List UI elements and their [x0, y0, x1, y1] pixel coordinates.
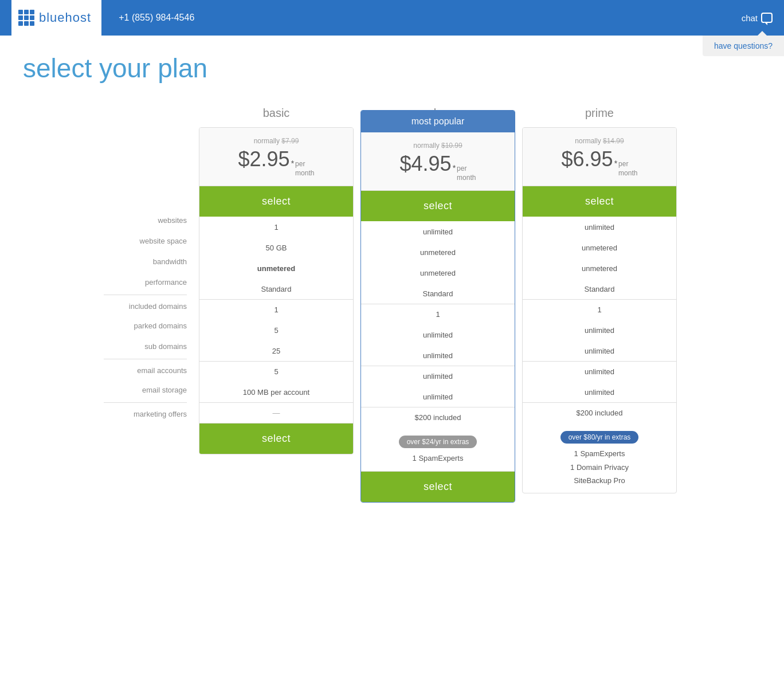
basic-price-section: normally $7.99 $2.95 * permonth: [199, 128, 353, 186]
basic-dollar: $2.95: [238, 147, 290, 171]
prime-extras-badge: over $80/yr in extras: [560, 431, 639, 444]
feature-label-email-accounts: email accounts: [104, 359, 187, 379]
basic-email-storage: 100 MB per account: [199, 382, 353, 402]
plus-select-bottom-button[interactable]: select: [361, 472, 515, 502]
plus-most-popular-bar: most popular: [361, 111, 515, 132]
logo-grid-icon: [18, 10, 34, 26]
prime-extras-spamexperts: 1 SpamExperts: [528, 447, 671, 460]
prime-per: permonth: [618, 160, 637, 178]
page-title: select your plan: [23, 53, 761, 84]
logo-text: bluehost: [39, 10, 91, 25]
feature-label-parked-domains: parked domains: [104, 315, 187, 336]
plans-container: websites website space bandwidth perform…: [23, 107, 761, 503]
prime-websites: unlimited: [523, 217, 676, 237]
plus-bandwidth: unmetered: [361, 262, 515, 283]
basic-bottom-select-wrapper: select: [199, 423, 353, 454]
prime-main-price: $6.95 * permonth: [528, 147, 671, 178]
prime-asterisk: *: [614, 159, 617, 168]
basic-included-domains: 1: [199, 299, 353, 320]
prime-sub-domains: unlimited: [523, 340, 676, 361]
basic-plan-card: normally $7.99 $2.95 * permonth select 1…: [199, 127, 354, 454]
plus-performance: Standard: [361, 283, 515, 304]
page-content: select your plan websites website space …: [0, 36, 784, 537]
plus-plan-card: most popular normally $10.99 $4.95 * per…: [360, 110, 515, 503]
plus-features: unlimited unmetered unmetered Standard 1…: [361, 221, 515, 428]
feature-label-marketing-offers: marketing offers: [104, 402, 187, 423]
feature-labels-column: websites website space bandwidth perform…: [104, 107, 195, 423]
basic-parked-domains: 5: [199, 320, 353, 340]
basic-normally: normally $7.99: [205, 137, 347, 145]
prime-plan-name: prime: [519, 107, 680, 127]
basic-bandwidth: unmetered: [199, 258, 353, 279]
prime-website-space: unmetered: [523, 237, 676, 258]
basic-main-price: $2.95 * permonth: [205, 147, 347, 178]
basic-select-button[interactable]: select: [199, 186, 353, 217]
plus-main-price: $4.95 * permonth: [367, 152, 509, 182]
plus-website-space: unmetered: [361, 242, 515, 262]
basic-website-space: 50 GB: [199, 237, 353, 258]
plus-extras-spamexperts: 1 SpamExperts: [367, 452, 509, 465]
plus-bottom-select-wrapper: select: [361, 471, 515, 502]
feature-label-email-storage: email storage: [104, 379, 187, 400]
prime-extras-section: over $80/yr in extras 1 SpamExperts 1 Do…: [523, 423, 676, 493]
feature-label-sub-domains: sub domains: [104, 336, 187, 356]
feature-label-performance: performance: [104, 272, 187, 292]
prime-email-storage: unlimited: [523, 382, 676, 402]
basic-asterisk: *: [291, 159, 294, 168]
questions-label: have questions?: [714, 41, 773, 50]
phone-number: +1 (855) 984-4546: [119, 13, 741, 23]
basic-email-accounts: 5: [199, 361, 353, 382]
plus-select-button[interactable]: select: [361, 191, 515, 221]
prime-marketing-offers: $200 included: [523, 402, 676, 423]
prime-select-button[interactable]: select: [523, 186, 676, 217]
plus-normally: normally $10.99: [367, 142, 509, 150]
chat-label: chat: [742, 13, 758, 23]
plus-parked-domains: unlimited: [361, 324, 515, 345]
plus-dollar: $4.95: [400, 152, 452, 176]
chat-button[interactable]: chat: [742, 13, 773, 23]
feature-label-websites: websites: [104, 210, 187, 230]
prime-parked-domains: unlimited: [523, 320, 676, 340]
plus-sub-domains: unlimited: [361, 345, 515, 366]
prime-performance: Standard: [523, 279, 676, 299]
plus-extras-section: over $24/yr in extras 1 SpamExperts: [361, 428, 515, 470]
feature-label-website-space: website space: [104, 230, 187, 251]
plus-extras-badge: over $24/yr in extras: [399, 436, 477, 448]
feature-label-included-domains: included domains: [104, 295, 187, 315]
prime-price-section: normally $14.99 $6.95 * permonth: [523, 128, 676, 186]
prime-features: unlimited unmetered unmetered Standard 1…: [523, 217, 676, 423]
basic-select-bottom-button[interactable]: select: [199, 423, 353, 454]
plus-email-storage: unlimited: [361, 386, 515, 407]
plus-included-domains: 1: [361, 304, 515, 324]
basic-features: 1 50 GB unmetered Standard 1 5 25 5 100 …: [199, 217, 353, 423]
header: bluehost +1 (855) 984-4546 chat: [0, 0, 784, 36]
logo-container: bluehost: [11, 0, 101, 36]
prime-extras-domain-privacy: 1 Domain Privacy: [528, 461, 671, 474]
prime-dollar: $6.95: [562, 147, 613, 171]
prime-plan-card: normally $14.99 $6.95 * permonth select …: [522, 127, 677, 493]
prime-bandwidth: unmetered: [523, 258, 676, 279]
prime-included-domains: 1: [523, 299, 676, 320]
prime-normally: normally $14.99: [528, 137, 671, 145]
plus-email-accounts: unlimited: [361, 366, 515, 386]
prime-extras-sitebackup: SiteBackup Pro: [528, 474, 671, 487]
basic-marketing-offers: —: [199, 402, 353, 423]
questions-popup[interactable]: have questions?: [703, 36, 784, 56]
basic-performance: Standard: [199, 279, 353, 299]
basic-per: permonth: [295, 160, 314, 178]
feature-label-bandwidth: bandwidth: [104, 251, 187, 272]
prime-email-accounts: unlimited: [523, 361, 676, 382]
plus-marketing-offers: $200 included: [361, 407, 515, 428]
basic-plan-name: basic: [195, 107, 357, 127]
plus-per: permonth: [457, 164, 476, 182]
basic-sub-domains: 25: [199, 340, 353, 361]
plus-websites: unlimited: [361, 221, 515, 242]
chat-bubble-icon: [761, 13, 773, 23]
plus-asterisk: *: [453, 163, 456, 172]
plus-price-section: normally $10.99 $4.95 * permonth: [361, 132, 515, 191]
basic-websites: 1: [199, 217, 353, 237]
